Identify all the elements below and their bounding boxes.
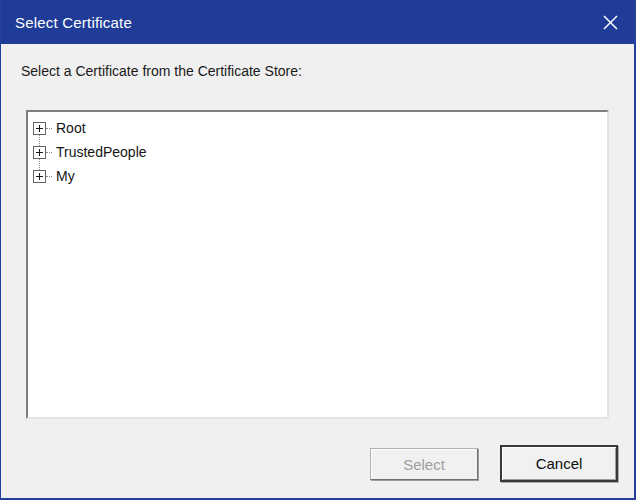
- close-button[interactable]: [587, 0, 634, 44]
- select-certificate-dialog: Select Certificate Select a Certificate …: [0, 0, 636, 500]
- expand-icon[interactable]: [33, 146, 46, 159]
- titlebar[interactable]: Select Certificate: [1, 0, 634, 44]
- tree-connector: [46, 152, 52, 153]
- tree-item-label[interactable]: My: [56, 168, 75, 184]
- expand-icon[interactable]: [33, 122, 46, 135]
- expand-icon[interactable]: [33, 170, 46, 183]
- tree-item-my[interactable]: My: [33, 164, 607, 188]
- certificate-store-tree[interactable]: Root TrustedPeople My: [26, 110, 609, 419]
- tree-item-label[interactable]: Root: [56, 120, 86, 136]
- certificate-store-label: Select a Certificate from the Certificat…: [21, 63, 302, 79]
- select-button[interactable]: Select: [370, 448, 478, 480]
- tree-item-label[interactable]: TrustedPeople: [56, 144, 147, 160]
- dialog-body: Select a Certificate from the Certificat…: [1, 44, 634, 498]
- tree-item-root[interactable]: Root: [33, 116, 607, 140]
- close-icon: [603, 15, 618, 30]
- window-title: Select Certificate: [1, 14, 132, 31]
- tree-connector: [46, 128, 52, 129]
- tree-item-trustedpeople[interactable]: TrustedPeople: [33, 140, 607, 164]
- tree-connector: [46, 176, 52, 177]
- cancel-button[interactable]: Cancel: [500, 445, 618, 482]
